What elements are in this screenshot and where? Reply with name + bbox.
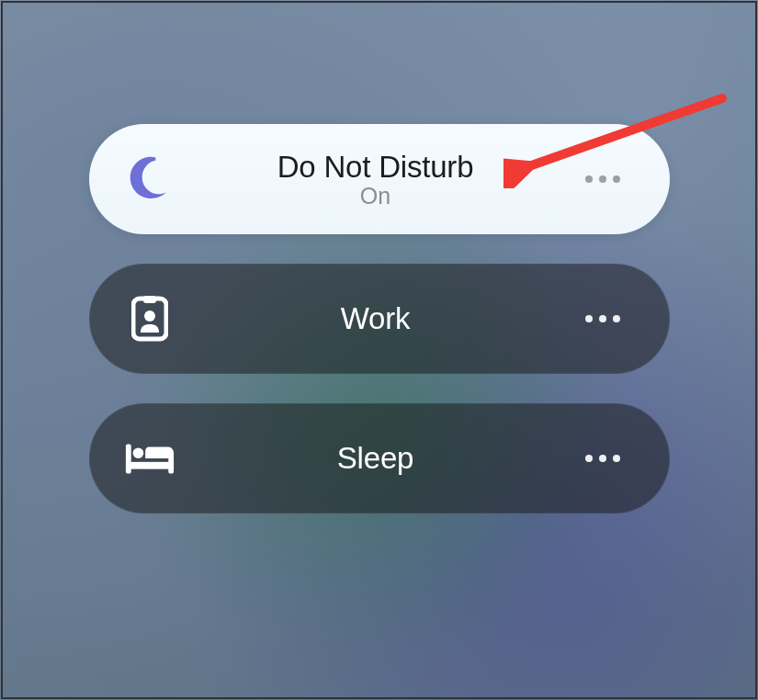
focus-item-title: Do Not Disturb (277, 150, 474, 185)
svg-point-6 (132, 447, 143, 458)
ellipsis-icon (613, 455, 620, 462)
ellipsis-icon (599, 175, 606, 183)
focus-item-text: Work (175, 301, 576, 336)
svg-rect-5 (125, 462, 173, 469)
ellipsis-icon (613, 175, 620, 183)
ellipsis-icon (585, 315, 593, 322)
focus-item-text: Do Not Disturb On (175, 150, 576, 209)
focus-item-text: Sleep (175, 441, 576, 476)
badge-icon (124, 293, 175, 344)
ellipsis-icon (599, 455, 606, 462)
ellipsis-icon (599, 315, 606, 322)
svg-rect-3 (125, 445, 130, 474)
svg-rect-1 (143, 296, 156, 303)
ellipsis-icon (613, 315, 620, 322)
more-options-button[interactable] (576, 306, 629, 332)
focus-mode-list: Do Not Disturb On Work (89, 124, 670, 514)
focus-item-title: Work (341, 301, 411, 336)
more-options-button[interactable] (576, 166, 629, 192)
bed-icon (124, 433, 175, 484)
svg-point-2 (144, 310, 155, 322)
focus-item-title: Sleep (337, 441, 413, 476)
ellipsis-icon (585, 175, 593, 183)
focus-item-sleep[interactable]: Sleep (89, 403, 670, 514)
focus-item-do-not-disturb[interactable]: Do Not Disturb On (89, 124, 670, 234)
more-options-button[interactable] (576, 446, 629, 471)
focus-item-status: On (360, 183, 390, 209)
ellipsis-icon (585, 455, 593, 462)
focus-item-work[interactable]: Work (89, 264, 670, 374)
moon-icon (124, 153, 175, 205)
